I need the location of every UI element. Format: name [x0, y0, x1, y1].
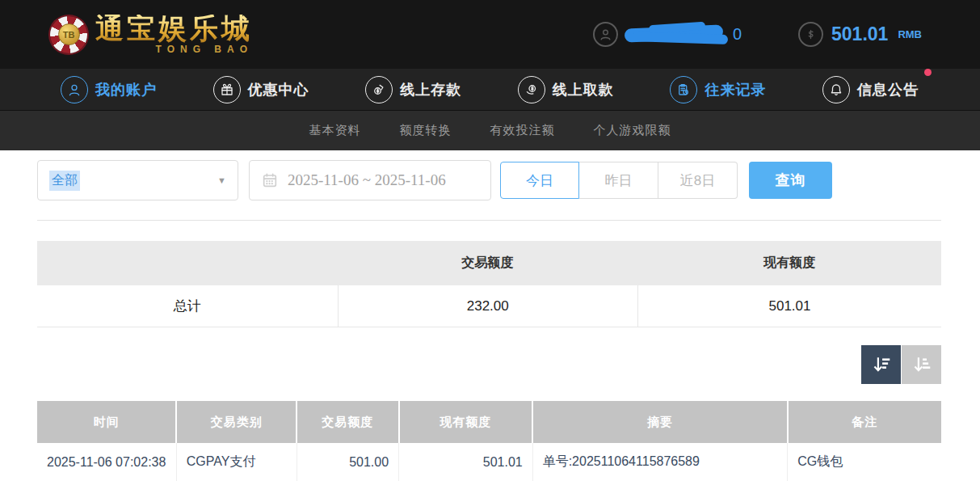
col-header-type: 交易类别	[176, 401, 297, 443]
nav-item-deposit[interactable]: 线上存款	[365, 76, 461, 103]
casino-chip-icon: TB	[50, 16, 87, 53]
user-icon	[593, 22, 618, 47]
summary-total-current-balance: 501.01	[637, 285, 941, 327]
summary-total-label: 总计	[37, 285, 338, 327]
transactions-table-header: 时间 交易类别 交易额度 现有额度 摘要 备注	[37, 401, 941, 443]
site-logo[interactable]: TB 通宝娱乐城 TONG BAO	[50, 15, 253, 54]
nav-item-withdraw[interactable]: 线上取款	[518, 76, 614, 103]
sort-ascending-button[interactable]	[902, 345, 941, 384]
withdraw-coin-hand-icon	[518, 76, 545, 103]
cell-remark: CG钱包	[788, 443, 941, 481]
nav-item-my-account[interactable]: 我的账户	[61, 76, 157, 103]
summary-header-transaction-amount: 交易额度	[338, 255, 638, 272]
col-header-balance: 现有额度	[399, 401, 533, 443]
balance-currency: RMB	[898, 28, 922, 40]
cell-time: 2025-11-06 07:02:38	[37, 443, 176, 481]
main-nav: 我的账户 优惠中心 线上存款 线上取款 往来记录 信息公告	[0, 69, 980, 111]
cell-amount: 501.00	[297, 443, 398, 481]
header-right: 0 501.01 RMB	[593, 22, 922, 47]
nav-item-promotions[interactable]: 优惠中心	[213, 76, 309, 103]
bell-icon	[822, 76, 850, 103]
records-clipboard-icon	[670, 76, 697, 103]
notification-badge	[924, 69, 932, 76]
chip-monogram: TB	[58, 23, 80, 45]
subnav-item-game-limits[interactable]: 个人游戏限额	[594, 123, 671, 138]
transactions-table: 时间 交易类别 交易额度 现有额度 摘要 备注 2025-11-06 07:02…	[37, 401, 941, 481]
query-button[interactable]: 查询	[749, 162, 832, 199]
content-area: 全部 ▼ 2025-11-06 ~ 2025-11-06 今日 昨日 近8日 查…	[0, 150, 980, 481]
chevron-down-icon: ▼	[217, 175, 226, 185]
summary-total-transaction-amount: 232.00	[338, 285, 638, 327]
summary-total-row: 总计 232.00 501.01	[37, 285, 941, 327]
sort-ascending-icon	[911, 354, 932, 375]
quick-date-button-group: 今日 昨日 近8日	[500, 162, 738, 199]
deposit-coin-hand-icon	[365, 76, 393, 103]
username-redaction-scribble	[625, 25, 726, 44]
gift-icon	[213, 76, 241, 103]
yesterday-button[interactable]: 昨日	[579, 162, 658, 199]
sort-descending-icon	[871, 354, 892, 375]
nav-item-announcements[interactable]: 信息公告	[822, 76, 919, 103]
sub-nav: 基本资料 额度转换 有效投注额 个人游戏限额	[0, 111, 980, 150]
cell-type: CGPAY支付	[176, 443, 297, 481]
sort-descending-button[interactable]	[861, 345, 901, 384]
cell-summary: 单号:202511064115876589	[532, 443, 788, 481]
sort-controls	[37, 345, 941, 384]
col-header-summary: 摘要	[532, 401, 788, 443]
col-header-remark: 备注	[788, 401, 941, 443]
today-button[interactable]: 今日	[500, 162, 579, 199]
subnav-item-basic-info[interactable]: 基本资料	[309, 123, 361, 138]
transaction-type-dropdown[interactable]: 全部 ▼	[37, 160, 238, 200]
col-header-amount: 交易额度	[297, 401, 398, 443]
site-subtitle: TONG BAO	[156, 44, 253, 54]
subnav-item-valid-bets[interactable]: 有效投注额	[490, 123, 555, 138]
date-range-input[interactable]: 2025-11-06 ~ 2025-11-06	[249, 160, 491, 200]
username-suffix: 0	[733, 25, 742, 44]
col-header-time: 时间	[37, 401, 176, 443]
date-range-value: 2025-11-06 ~ 2025-11-06	[288, 171, 446, 189]
summary-table-header: 交易额度 现有额度	[37, 241, 941, 285]
balance-display[interactable]: 501.01 RMB	[798, 22, 922, 47]
username-display[interactable]: 0	[593, 22, 742, 47]
top-header: TB 通宝娱乐城 TONG BAO 0 501.01	[0, 0, 980, 69]
nav-item-records[interactable]: 往来记录	[670, 76, 766, 103]
calendar-icon	[261, 171, 279, 189]
last-8-days-button[interactable]: 近8日	[658, 162, 738, 199]
cell-balance: 501.01	[399, 443, 533, 481]
dollar-icon	[798, 22, 823, 47]
table-row: 2025-11-06 07:02:38 CGPAY支付 501.00 501.0…	[37, 443, 941, 481]
filter-row: 全部 ▼ 2025-11-06 ~ 2025-11-06 今日 昨日 近8日 查…	[37, 160, 941, 200]
summary-header-current-balance: 现有额度	[637, 255, 941, 272]
subnav-item-credit-transfer[interactable]: 额度转换	[400, 123, 452, 138]
account-icon	[61, 76, 88, 103]
site-title: 通宝娱乐城	[95, 15, 253, 43]
dropdown-selected-value: 全部	[49, 171, 80, 191]
summary-table: 交易额度 现有额度 总计 232.00 501.01	[37, 241, 941, 327]
balance-amount: 501.01	[831, 23, 888, 45]
section-divider	[37, 220, 941, 221]
